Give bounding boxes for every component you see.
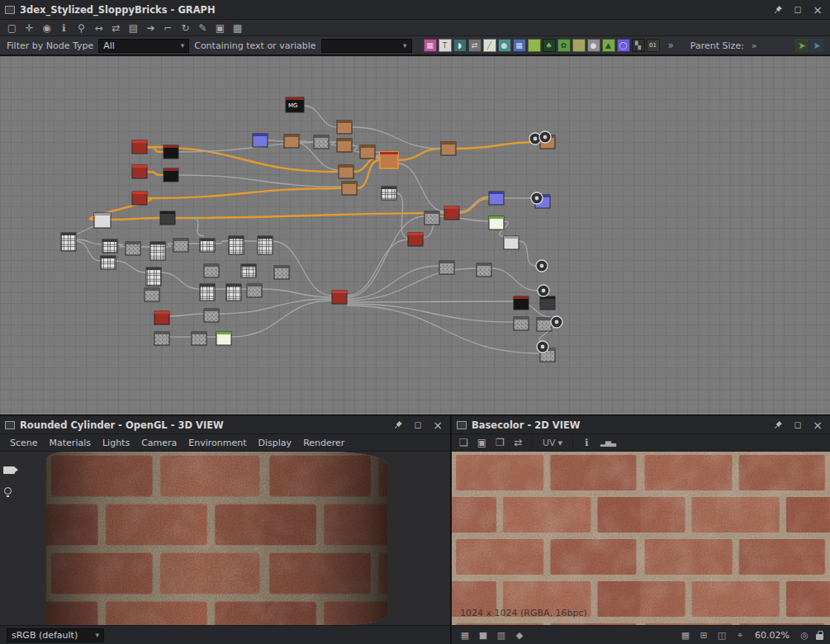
- graph-node-grid[interactable]: [150, 242, 165, 260]
- transform-tool-icon[interactable]: ▢: [5, 21, 19, 35]
- wire-selected[interactable]: [109, 218, 160, 220]
- bg-checker-swatch[interactable]: ▥: [495, 628, 508, 642]
- graph-node-gray[interactable]: [154, 332, 169, 345]
- save-icon[interactable]: ▣: [475, 436, 489, 449]
- menu-environment[interactable]: Environment: [183, 436, 251, 450]
- wire[interactable]: [347, 305, 540, 353]
- wire[interactable]: [215, 241, 229, 244]
- light-icon[interactable]: [4, 487, 12, 495]
- graph-node-tan[interactable]: [342, 182, 357, 195]
- graph-node-gray[interactable]: [537, 318, 552, 331]
- graph-node-red[interactable]: [332, 291, 347, 304]
- view2d-viewport[interactable]: 1024 x 1024 (RGBA, 16bpc): [452, 452, 830, 625]
- view2d-titlebar[interactable]: Basecolor - 2D VIEW ◻ ×: [452, 416, 830, 434]
- text-filter-icon[interactable]: T: [439, 39, 452, 52]
- split-view-icon[interactable]: ◫: [715, 628, 728, 642]
- output-node[interactable]: [531, 192, 543, 204]
- wire[interactable]: [165, 244, 173, 247]
- gray-sphere-filter-icon[interactable]: ●: [587, 39, 600, 52]
- wire[interactable]: [192, 218, 204, 236]
- wire[interactable]: [231, 301, 332, 337]
- graph-node-tan[interactable]: [337, 121, 352, 134]
- filter-text-select[interactable]: ▾: [321, 39, 412, 53]
- wire[interactable]: [161, 272, 200, 289]
- leaf-generator-icon[interactable]: ✿: [557, 39, 571, 52]
- menu-lights[interactable]: Lights: [97, 436, 135, 450]
- graph-node-grid[interactable]: [61, 233, 76, 251]
- tree-generator-icon[interactable]: ♠: [543, 39, 556, 52]
- graph-node-grid[interactable]: [226, 284, 241, 301]
- graph-node-grid[interactable]: [229, 236, 244, 254]
- graph-node-gray[interactable]: [514, 317, 529, 330]
- relink-icon[interactable]: ⇄: [109, 21, 123, 35]
- graph-node-blue[interactable]: [489, 192, 504, 205]
- wire-selected[interactable]: [147, 172, 164, 175]
- graph-node-white[interactable]: [504, 236, 519, 249]
- wire[interactable]: [178, 175, 342, 187]
- checker-filter-icon[interactable]: ▚: [632, 39, 645, 52]
- tiling-icon[interactable]: ▦: [458, 628, 472, 642]
- pin-icon[interactable]: [771, 419, 785, 432]
- graph-node-dark[interactable]: [540, 296, 555, 310]
- wire[interactable]: [347, 239, 408, 296]
- wire[interactable]: [268, 140, 284, 141]
- graph-node-tan[interactable]: [360, 145, 375, 159]
- move-tool-icon[interactable]: ✛: [22, 21, 36, 35]
- graph-node-white[interactable]: [94, 213, 111, 228]
- bitmap-filter-icon[interactable]: ▦: [424, 39, 437, 52]
- wire-selected[interactable]: [353, 157, 380, 172]
- graph-node-grid[interactable]: [258, 236, 273, 254]
- graph-node-gray[interactable]: [247, 284, 262, 297]
- tiles-icon[interactable]: ▦: [679, 628, 692, 642]
- graph-node-tan[interactable]: [441, 142, 456, 155]
- view3d-titlebar[interactable]: Rounded Cylinder - OpenGL - 3D VIEW ◻ ×: [0, 416, 450, 434]
- graph-node-grid[interactable]: [146, 268, 161, 286]
- close-icon[interactable]: ×: [430, 419, 445, 432]
- graph-node-gray[interactable]: [145, 288, 159, 301]
- graph-node-red[interactable]: [444, 206, 459, 220]
- node-graph[interactable]: MG: [0, 56, 830, 414]
- wire[interactable]: [117, 244, 126, 247]
- triangle-filter-icon[interactable]: ▲: [602, 39, 615, 52]
- snap-icon[interactable]: ⌐: [161, 21, 175, 35]
- green-filter-icon[interactable]: [528, 39, 541, 52]
- graph-node-tan[interactable]: [284, 135, 299, 148]
- straighten-links-icon[interactable]: ➔: [144, 21, 158, 35]
- output-node[interactable]: [537, 341, 548, 353]
- graph-node-gray[interactable]: [424, 211, 439, 225]
- graph-node-green[interactable]: [216, 332, 231, 345]
- menu-materials[interactable]: Materials: [45, 436, 96, 450]
- graph-node-grid[interactable]: [200, 284, 215, 301]
- graph-node-tanred[interactable]: [380, 152, 398, 168]
- droplet-icon[interactable]: ◆: [513, 628, 526, 642]
- graph-node-red[interactable]: [132, 165, 147, 178]
- graph-node-gray[interactable]: [439, 261, 454, 274]
- focus-target-icon[interactable]: ◎: [798, 628, 811, 642]
- output-node[interactable]: [536, 260, 548, 272]
- graph-node-gray[interactable]: [204, 309, 219, 322]
- graph-node-tan[interactable]: [339, 165, 353, 178]
- wire[interactable]: [347, 216, 424, 297]
- graph-node-red[interactable]: [132, 140, 147, 154]
- search-icon[interactable]: ⚲: [74, 21, 88, 35]
- wire[interactable]: [169, 314, 204, 316]
- binary-filter-icon[interactable]: 01: [647, 39, 660, 52]
- sphere-filter-icon[interactable]: ●: [498, 39, 511, 52]
- graph-node-dark[interactable]: [160, 211, 175, 225]
- olive-filter-icon[interactable]: [572, 39, 586, 52]
- colorspace-select[interactable]: sRGB (default) ▾: [7, 628, 104, 642]
- menu-scene[interactable]: Scene: [5, 436, 43, 450]
- menu-display[interactable]: Display: [254, 436, 297, 450]
- shuffle-filter-icon[interactable]: ⇄: [468, 39, 481, 52]
- pin-icon[interactable]: [771, 3, 785, 17]
- circle-filter-icon[interactable]: ◯: [617, 39, 630, 52]
- graph-node-green[interactable]: [489, 216, 504, 230]
- wire-selected[interactable]: [398, 149, 441, 160]
- expose-parent-icon[interactable]: ➤: [795, 39, 809, 52]
- graph-node-red[interactable]: [154, 311, 169, 324]
- graph-node-gray[interactable]: [192, 332, 206, 345]
- gradient-filter-icon[interactable]: ◗: [453, 39, 467, 52]
- parent-size-expander[interactable]: »: [752, 40, 757, 51]
- graph-node-blue[interactable]: [253, 134, 268, 147]
- layers-icon[interactable]: ▤: [126, 21, 140, 35]
